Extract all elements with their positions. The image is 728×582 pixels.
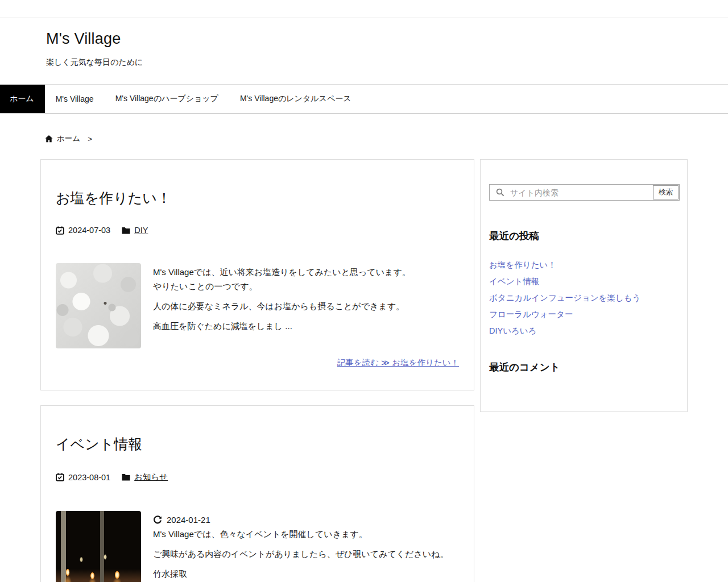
- refresh-icon: [153, 516, 162, 525]
- post-excerpt: M's Villageでは、近い将来お塩造りをしてみたいと思っています。 やりた…: [153, 263, 411, 348]
- search-button[interactable]: 検索: [653, 185, 679, 199]
- folder-icon: [122, 227, 130, 234]
- excerpt-line: ご興味がある内容のイベントがありましたら、ぜひ覗いてみてくださいね。: [153, 547, 449, 561]
- category-link[interactable]: お知らせ: [134, 472, 168, 483]
- recent-comments-heading: 最近のコメント: [489, 362, 679, 373]
- excerpt-line: やりたいことの一つです。: [153, 279, 411, 293]
- nav-item-home[interactable]: ホーム: [0, 85, 45, 113]
- recent-posts-list: お塩を作りたい！ イベント情報 ボタニカルインフュージョンを楽しもう フローラル…: [489, 260, 679, 335]
- post-list: お塩を作りたい！ 2024-07-03 DIY M's Villageでは、近い…: [40, 159, 474, 582]
- recent-post-link[interactable]: フローラルウォーター: [489, 310, 573, 319]
- calendar-check-icon: [56, 226, 64, 235]
- site-search: 検索: [489, 184, 680, 201]
- folder-icon: [122, 473, 130, 481]
- list-item: フローラルウォーター: [489, 310, 679, 319]
- excerpt-line: 人の体に必要なミネラル、今はお塩からも摂ることができます。: [153, 299, 411, 313]
- nav-item-ms-village[interactable]: M's Village: [45, 85, 105, 113]
- calendar-check-icon: [56, 473, 64, 481]
- updated-date: 2024-01-21: [167, 513, 210, 527]
- site-header: M's Village 楽しく元気な毎日のために: [0, 18, 728, 84]
- list-item: お塩を作りたい！: [489, 260, 679, 269]
- recent-post-link[interactable]: DIYいろいろ: [489, 326, 537, 335]
- post-title[interactable]: お塩を作りたい！: [56, 190, 459, 206]
- top-bar: [0, 0, 728, 18]
- article-card-salt: お塩を作りたい！ 2024-07-03 DIY M's Villageでは、近い…: [40, 159, 474, 390]
- site-tagline: 楽しく元気な毎日のために: [46, 57, 688, 66]
- main-nav: ホーム M's Village M's Villageのハーブショップ M's …: [0, 84, 728, 114]
- nav-item-herb-shop[interactable]: M's Villageのハーブショップ: [105, 85, 229, 113]
- updated-date-row: 2024-01-21: [153, 513, 449, 527]
- recent-post-link[interactable]: イベント情報: [489, 277, 539, 286]
- excerpt-line: 竹水採取: [153, 567, 449, 581]
- home-icon: [45, 135, 53, 143]
- recent-post-link[interactable]: ボタニカルインフュージョンを楽しもう: [489, 293, 640, 302]
- post-date: 2023-08-01: [68, 473, 110, 482]
- post-meta: 2024-07-03 DIY: [56, 226, 459, 235]
- article-thumbnail-candles[interactable]: [56, 511, 141, 582]
- category-link[interactable]: DIY: [134, 226, 148, 235]
- site-title: M's Village: [46, 30, 688, 48]
- post-meta: 2023-08-01 お知らせ: [56, 472, 459, 483]
- list-item: ボタニカルインフュージョンを楽しもう: [489, 293, 679, 302]
- excerpt-line: 高血圧を防ぐために減塩をしまし ...: [153, 319, 411, 333]
- list-item: イベント情報: [489, 277, 679, 286]
- read-more-link[interactable]: 記事を読む ≫ お塩を作りたい！: [337, 358, 459, 367]
- magnifier-icon: [496, 188, 504, 197]
- sidebar: 検索 最近の投稿 お塩を作りたい！ イベント情報 ボタニカルインフュージョンを楽…: [480, 159, 688, 412]
- breadcrumb-home-link[interactable]: ホーム: [57, 134, 80, 144]
- article-thumbnail-salt[interactable]: [56, 263, 141, 348]
- excerpt-line: M's Villageでは、色々なイベントを開催していきます。: [153, 527, 449, 541]
- excerpt-line: M's Villageでは、近い将来お塩造りをしてみたいと思っています。: [153, 265, 411, 279]
- nav-item-rental-space[interactable]: M's Villageのレンタルスペース: [229, 85, 362, 113]
- recent-posts-heading: 最近の投稿: [489, 231, 679, 242]
- post-title[interactable]: イベント情報: [56, 436, 459, 452]
- breadcrumb-separator: >: [88, 135, 92, 143]
- post-date: 2024-07-03: [68, 226, 110, 235]
- article-card-event: イベント情報 2023-08-01 お知らせ: [40, 405, 474, 582]
- search-input[interactable]: [489, 184, 680, 201]
- breadcrumb: ホーム >: [40, 134, 688, 144]
- post-excerpt: 2024-01-21 M's Villageでは、色々なイベントを開催していきま…: [153, 511, 449, 582]
- recent-post-link[interactable]: お塩を作りたい！: [489, 260, 556, 269]
- list-item: DIYいろいろ: [489, 326, 679, 335]
